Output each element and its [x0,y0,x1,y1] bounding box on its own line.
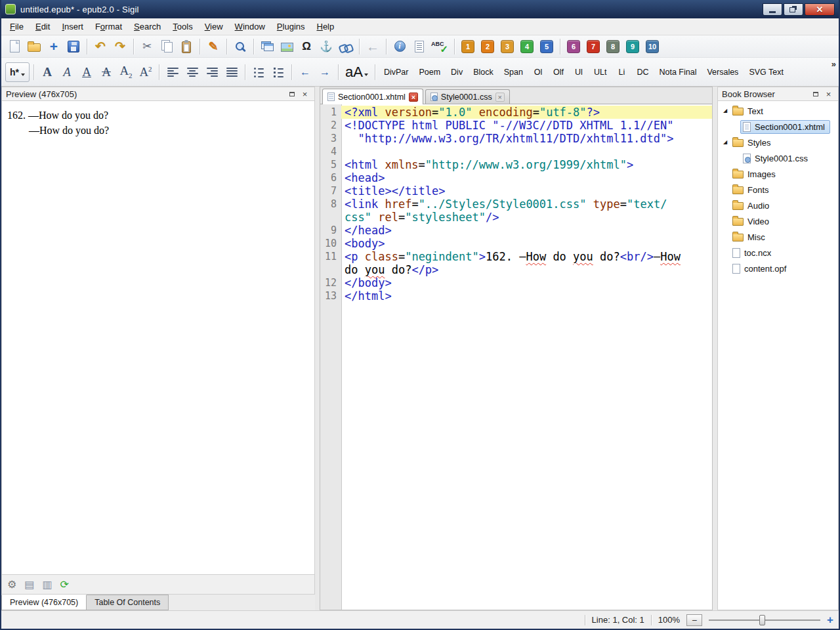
close-tab-button[interactable]: × [409,93,418,102]
tree-item-inner[interactable]: Images [730,167,781,181]
copy-button[interactable] [158,37,176,56]
tree-item-styles[interactable]: ◢Styles [718,135,838,150]
tree-item-inner[interactable]: content.opf [730,262,791,276]
subscript-button[interactable]: A2 [117,62,135,82]
back-button[interactable]: ← [364,37,382,56]
bullet-list-button[interactable] [249,62,268,82]
plugin-4-button[interactable]: 4 [518,37,536,56]
tree-item-inner[interactable]: Section0001.xhtml [740,120,830,134]
align-center-button[interactable] [183,62,201,82]
menu-file[interactable]: File [4,19,30,34]
preview-content[interactable]: 162. —How do you do?—How do you do? [1,101,315,574]
li-button[interactable]: Li [612,62,631,82]
versales-button[interactable]: Versales [702,62,743,82]
editor-tab-section0001-xhtml[interactable]: Section0001.xhtml× [322,89,423,104]
zoom-out-button[interactable]: − [686,614,702,626]
menu-help[interactable]: Help [311,19,341,34]
plugin-6-button[interactable]: 6 [564,37,583,56]
plugin-8-button[interactable]: 8 [604,37,622,56]
tree-item-fonts[interactable]: Fonts [718,182,838,198]
bold-button[interactable]: A [38,62,56,82]
tree-item-inner[interactable]: Text [730,104,768,118]
tree-item-style0001-css[interactable]: Style0001.css [718,150,838,166]
align-right-button[interactable] [203,62,221,82]
collapse-arrow-icon[interactable]: ◢ [721,140,730,145]
menu-search[interactable]: Search [128,19,167,34]
menu-window[interactable]: Window [229,19,271,34]
add-existing-button[interactable]: + [45,37,63,56]
tree-item-inner[interactable]: Misc [730,230,770,244]
menu-format[interactable]: Format [89,19,128,34]
tree-item-inner[interactable]: toc.ncx [730,246,776,260]
float-panel-button[interactable] [810,89,821,99]
divpar-button[interactable]: DivPar [379,62,413,82]
outdent-button[interactable]: ← [296,62,314,82]
minimize-button[interactable] [763,3,782,16]
tree-item-audio[interactable]: Audio [718,198,838,213]
block-button[interactable]: Block [469,62,498,82]
menu-tools[interactable]: Tools [167,19,198,34]
splitter-left[interactable] [315,87,320,610]
heading-style-button[interactable]: h* [5,62,30,82]
close-button[interactable]: ✕ [805,3,835,16]
div-button[interactable]: Div [446,62,467,82]
svg-text-button[interactable]: SVG Text [744,62,788,82]
strikethrough-button[interactable]: A [97,62,116,82]
nota-final-button[interactable]: Nota Final [654,62,701,82]
zoom-in-button[interactable]: + [827,614,833,625]
tree-item-section0001-xhtml[interactable]: Section0001.xhtml [718,119,838,135]
save-button[interactable] [64,37,83,56]
redo-button[interactable]: ↷ [111,37,129,56]
editor-tab-style0001-css[interactable]: Style0001.css× [425,89,510,104]
olf-button[interactable]: Olf [549,62,568,82]
paste-button[interactable] [177,37,196,56]
plugin-9-button[interactable]: 9 [623,37,642,56]
tree-item-text[interactable]: ◢Text [718,103,838,119]
insert-image-button[interactable] [278,37,296,56]
underline-button[interactable]: A [77,62,96,82]
float-panel-button[interactable] [286,89,297,99]
tree-item-inner[interactable]: Style0001.css [740,152,813,165]
poem-button[interactable]: Poem [414,62,445,82]
align-left-button[interactable] [163,62,182,82]
numbered-list-button[interactable] [269,62,287,82]
plugin-5-button[interactable]: 5 [537,37,556,56]
span-button[interactable]: Span [499,62,528,82]
indent-button[interactable]: → [316,62,334,82]
menu-edit[interactable]: Edit [30,19,56,34]
new-file-button[interactable] [5,37,24,56]
select-all-button[interactable]: ▤ [24,579,34,590]
insert-link-button[interactable] [337,37,355,56]
tree-item-inner[interactable]: Video [730,215,774,228]
inspect-button[interactable]: ⚙ [7,579,16,590]
tree-item-video[interactable]: Video [718,213,838,229]
mode-edit-button[interactable]: ✎ [204,37,222,56]
plugin-2-button[interactable]: 2 [478,37,497,56]
special-character-button[interactable]: Ω [297,37,316,56]
ol-button[interactable]: Ol [529,62,547,82]
book-info-button[interactable] [390,37,409,56]
tree-item-inner[interactable]: Fonts [730,183,774,197]
tab-preview-476x705-[interactable]: Preview (476x705) [1,595,87,610]
align-justify-button[interactable] [222,62,241,82]
dc-button[interactable]: DC [632,62,653,82]
tab-table-of-contents[interactable]: Table Of Contents [87,595,169,610]
plugin-10-button[interactable]: 10 [643,37,662,56]
splitter-right[interactable] [713,87,717,610]
close-panel-button[interactable]: × [299,89,310,99]
menu-view[interactable]: View [199,19,229,34]
split-view-button[interactable] [258,37,276,56]
plugin-1-button[interactable]: 1 [459,37,477,56]
menu-plugins[interactable]: Plugins [271,19,311,34]
zoom-slider-handle[interactable] [759,615,765,625]
ult-button[interactable]: ULt [589,62,611,82]
undo-button[interactable]: ↶ [91,37,110,56]
tree-item-content-opf[interactable]: content.opf [718,261,838,276]
maximize-button[interactable] [784,3,803,16]
menu-insert[interactable]: Insert [56,19,89,34]
ul-button[interactable]: Ul [570,62,588,82]
tree-item-images[interactable]: Images [718,166,838,182]
spellcheck-button[interactable] [430,37,450,56]
close-panel-button[interactable]: × [823,89,834,99]
change-case-button[interactable]: aA [343,62,371,82]
